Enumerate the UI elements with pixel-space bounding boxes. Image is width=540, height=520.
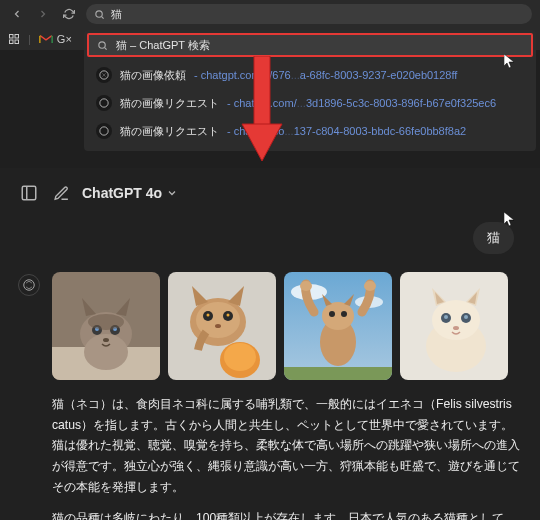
svg-point-63 [453, 326, 459, 330]
chat-header: ChatGPT 4o [18, 182, 522, 204]
svg-point-0 [96, 10, 102, 16]
svg-point-50 [364, 281, 376, 291]
result-image[interactable] [284, 272, 392, 380]
suggestion-title: 猫の画像リクエスト [120, 96, 219, 111]
result-image[interactable] [52, 272, 160, 380]
svg-point-6 [99, 41, 105, 47]
result-image[interactable] [400, 272, 508, 380]
suggestion-title: 猫の画像依頼 [120, 68, 186, 83]
svg-point-36 [227, 314, 230, 317]
svg-rect-3 [15, 35, 19, 39]
search-field-highlighted[interactable]: 猫 – ChatGPT 検索 [87, 33, 533, 57]
cursor-icon [504, 212, 516, 231]
cursor-icon [504, 54, 516, 73]
result-image[interactable] [168, 272, 276, 380]
svg-point-62 [464, 315, 468, 319]
url-input[interactable] [111, 8, 524, 20]
svg-point-27 [88, 314, 124, 330]
sidebar-toggle-button[interactable] [18, 182, 40, 204]
svg-point-35 [207, 314, 210, 317]
svg-rect-13 [22, 186, 36, 200]
svg-point-61 [444, 315, 448, 319]
assistant-response-text: 猫（ネコ）は、食肉目ネコ科に属する哺乳類で、一般的にはイエネコ（Felis si… [52, 394, 522, 520]
forward-button[interactable] [34, 5, 52, 23]
chatgpt-favicon [96, 95, 112, 111]
search-suggestions-dropdown: 猫 – ChatGPT 検索 猫の画像依頼 - chatgpt.com/c/67… [84, 30, 536, 151]
chevron-down-icon [166, 187, 178, 199]
search-query-text: 猫 – ChatGPT 検索 [116, 38, 210, 53]
svg-rect-2 [10, 35, 14, 39]
assistant-avatar [18, 274, 40, 296]
svg-point-26 [103, 338, 109, 342]
chatgpt-favicon [96, 123, 112, 139]
suggestion-title: 猫の画像リクエスト [120, 124, 219, 139]
svg-line-1 [102, 16, 104, 18]
back-button[interactable] [8, 5, 26, 23]
suggestion-item[interactable]: 猫の画像依頼 - chatgpt.com/c/676...a-68fc-8003… [84, 61, 536, 89]
model-selector[interactable]: ChatGPT 4o [82, 185, 178, 201]
suggestion-item[interactable]: 猫の画像リクエスト - chatgpt.com/...3d1896-5c3c-8… [84, 89, 536, 117]
svg-point-39 [224, 343, 256, 371]
svg-point-44 [322, 302, 354, 330]
suggestion-item[interactable]: 猫の画像リクエスト - chatgpt.co...137-c804-8003-b… [84, 117, 536, 145]
model-name-text: ChatGPT 4o [82, 185, 162, 201]
apps-icon[interactable] [8, 33, 20, 45]
search-icon [94, 9, 105, 20]
user-message-row: 猫 [18, 222, 522, 254]
browser-toolbar [0, 0, 540, 28]
svg-point-9 [100, 99, 108, 107]
svg-point-49 [300, 281, 312, 291]
svg-line-7 [105, 47, 107, 49]
response-paragraph: 猫の品種は多岐にわたり、100種類以上が存在します。日本で人気のある猫種として、… [52, 508, 522, 520]
svg-point-47 [329, 311, 335, 317]
svg-rect-4 [10, 40, 14, 44]
chatgpt-main: ChatGPT 4o 猫 [0, 168, 540, 520]
response-paragraph: 猫（ネコ）は、食肉目ネコ科に属する哺乳類で、一般的にはイエネコ（Felis si… [52, 394, 522, 498]
svg-rect-51 [284, 367, 392, 380]
svg-point-10 [100, 127, 108, 135]
reload-button[interactable] [60, 5, 78, 23]
svg-point-48 [341, 311, 347, 317]
search-icon [97, 40, 108, 51]
svg-point-37 [215, 324, 221, 328]
assistant-message-row: 猫（ネコ）は、食肉目ネコ科に属する哺乳類で、一般的にはイエネコ（Felis si… [18, 272, 522, 520]
url-bar[interactable] [86, 4, 532, 24]
image-grid [52, 272, 522, 380]
new-chat-button[interactable] [50, 182, 72, 204]
chatgpt-favicon [96, 67, 112, 83]
svg-rect-5 [15, 40, 19, 44]
bookmark-item[interactable]: G× [39, 33, 72, 45]
